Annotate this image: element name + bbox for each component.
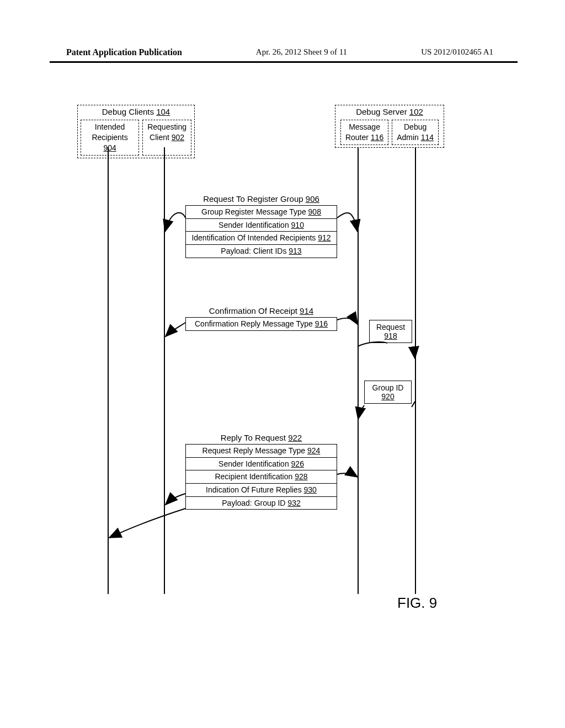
header-right: US 2012/0102465 A1 [421, 47, 493, 60]
router-line2: Router 116 [345, 132, 383, 143]
request-ref: 918 [374, 331, 407, 340]
group-id-ref: 920 [369, 392, 407, 401]
msg1-row-1: Sender Identification 910 [186, 218, 337, 232]
intended-line1: Intended [86, 122, 134, 132]
requesting-client-box: Requesting Client 902 [142, 120, 191, 156]
msg3-row-4: Payload: Group ID 932 [186, 496, 337, 510]
debug-clients-label-text: Debug Clients [102, 107, 156, 116]
debug-server-title: Debug Server 102 [335, 107, 444, 116]
message-router-box: Message Router 116 [340, 120, 388, 145]
msg3-row-1: Sender Identification 926 [186, 457, 337, 470]
admin-line2: Admin 114 [397, 132, 434, 143]
group-id-label: Group ID [369, 383, 407, 392]
figure-label: FIG. 9 [397, 595, 437, 612]
msg1-box: Group Register Message Type 908 Sender I… [185, 205, 337, 258]
intended-line2: Recipients 904 [86, 132, 134, 153]
router-line1: Message [345, 122, 383, 132]
msg1-row-3: Payload: Client IDs 913 [186, 244, 337, 258]
msg2-title: Confirmation Of Receipt 914 [185, 306, 337, 315]
group-id-box: Group ID 920 [364, 381, 412, 404]
header-center: Apr. 26, 2012 Sheet 9 of 11 [256, 47, 347, 60]
intended-recipients-box: Intended Recipients 904 [81, 120, 139, 156]
page: Patent Application Publication Apr. 26, … [0, 0, 565, 728]
msg2-box: Confirmation Reply Message Type 916 [185, 317, 337, 331]
lifeline-message-router [358, 147, 359, 594]
lifeline-intended-recipients [108, 147, 109, 594]
debug-server-group: Debug Server 102 Message Router 116 Debu… [335, 105, 444, 148]
message-arrows [0, 99, 565, 623]
debug-admin-box: Debug Admin 114 [392, 120, 439, 145]
msg3-row-3: Indication Of Future Replies 930 [186, 483, 337, 496]
header-rule [50, 61, 518, 63]
msg1-row-2: Identification Of Intended Recipients 91… [186, 231, 337, 244]
lifeline-requesting-client [164, 147, 165, 594]
debug-clients-ref: 104 [156, 107, 170, 116]
debug-clients-title: Debug Clients 104 [78, 107, 194, 116]
debug-server-label-text: Debug Server [356, 107, 409, 116]
debug-clients-group: Debug Clients 104 Intended Recipients 90… [77, 105, 195, 158]
msg3-box: Request Reply Message Type 924 Sender Id… [185, 444, 337, 510]
sequence-diagram: Debug Clients 104 Intended Recipients 90… [0, 99, 565, 623]
msg1-row-0: Group Register Message Type 908 [186, 206, 337, 218]
request-box: Request 918 [369, 320, 412, 343]
requesting-line2: Client 902 [147, 132, 186, 143]
header-left: Patent Application Publication [66, 47, 182, 60]
msg3-title: Reply To Request 922 [185, 433, 337, 442]
lifeline-debug-admin [415, 147, 416, 594]
msg1-title: Request To Register Group 906 [185, 194, 337, 204]
debug-server-ref: 102 [409, 107, 423, 116]
msg2-row-0: Confirmation Reply Message Type 916 [186, 318, 337, 330]
msg3-row-0: Request Reply Message Type 924 [186, 445, 337, 457]
msg3-row-2: Recipient Identification 928 [186, 470, 337, 483]
admin-line1: Debug [397, 122, 434, 132]
page-header: Patent Application Publication Apr. 26, … [0, 47, 565, 60]
requesting-line1: Requesting [147, 122, 186, 132]
request-label: Request [374, 323, 407, 331]
